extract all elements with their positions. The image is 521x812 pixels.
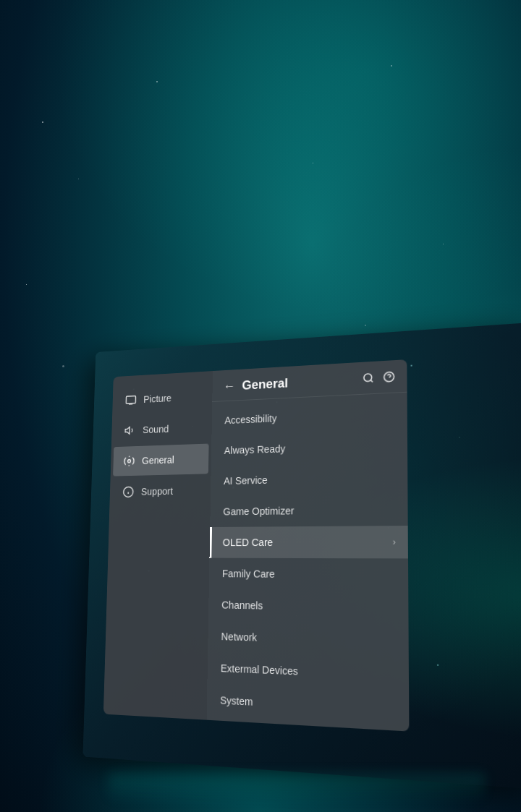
- search-button[interactable]: [363, 372, 374, 386]
- picture-icon: [124, 393, 137, 407]
- sidebar-item-support-label: Support: [141, 486, 173, 497]
- panel-header-icons: [363, 370, 395, 386]
- general-icon: [122, 454, 135, 468]
- sidebar-item-support[interactable]: Support: [112, 475, 208, 507]
- help-button[interactable]: [383, 370, 395, 385]
- main-panel: ← General: [207, 359, 410, 731]
- menu-overlay: Picture Sound: [103, 359, 410, 731]
- panel-item-oled-care-arrow: ›: [393, 537, 396, 547]
- sidebar-item-general-label: General: [142, 454, 174, 466]
- sidebar-item-picture-label: Picture: [143, 393, 171, 405]
- tv-container: Picture Sound: [72, 333, 521, 766]
- sound-icon: [124, 424, 137, 437]
- panel-item-channels[interactable]: Channels: [208, 589, 409, 625]
- svg-line-9: [370, 380, 373, 382]
- tv-reflection: [109, 774, 485, 803]
- svg-marker-3: [125, 427, 130, 435]
- panel-item-channels-label: Channels: [221, 599, 263, 612]
- panel-header-left: ← General: [223, 376, 288, 394]
- support-icon: [122, 485, 135, 499]
- panel-item-oled-care-label: OLED Care: [223, 537, 274, 548]
- panel-items-list: AccessibilityAlways ReadyAI ServiceGame …: [207, 393, 410, 732]
- panel-title: General: [242, 376, 288, 393]
- panel-item-accessibility-label: Accessibility: [224, 413, 276, 426]
- panel-item-family-care[interactable]: Family Care: [209, 558, 409, 592]
- back-button[interactable]: ←: [223, 379, 235, 394]
- svg-point-7: [124, 487, 134, 497]
- panel-item-always-ready[interactable]: Always Ready: [211, 429, 407, 466]
- panel-item-family-care-label: Family Care: [222, 568, 275, 579]
- panel-item-external-devices-label: Extermal Devices: [221, 662, 298, 677]
- panel-item-always-ready-label: Always Ready: [224, 443, 286, 456]
- bg-glow-top: [0, 0, 521, 362]
- panel-item-system-label: System: [220, 694, 253, 708]
- panel-item-oled-care[interactable]: OLED Care›: [209, 526, 407, 558]
- sidebar-item-sound-label: Sound: [143, 424, 169, 435]
- sidebar-item-general[interactable]: General: [113, 444, 208, 476]
- panel-item-game-optimizer-label: Game Optimizer: [223, 505, 294, 517]
- sidebar-item-sound[interactable]: Sound: [114, 412, 209, 445]
- sidebar-item-picture[interactable]: Picture: [115, 381, 211, 415]
- tv-screen: Picture Sound: [82, 322, 521, 790]
- svg-rect-0: [126, 396, 135, 404]
- sidebar: Picture Sound: [103, 371, 213, 720]
- panel-item-network-label: Network: [221, 631, 257, 643]
- panel-item-ai-service-label: AI Service: [224, 474, 268, 487]
- panel-item-ai-service[interactable]: AI Service: [211, 461, 407, 497]
- panel-item-game-optimizer[interactable]: Game Optimizer: [210, 493, 407, 527]
- svg-point-4: [127, 460, 130, 463]
